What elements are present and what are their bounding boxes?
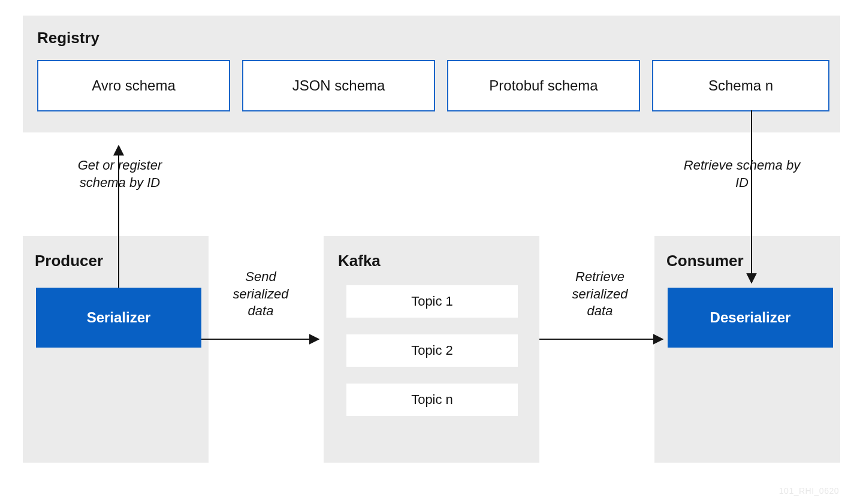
- retrieve-flow-label: Retrieve serialized data: [561, 268, 639, 320]
- deserializer-node: Deserializer: [668, 288, 833, 348]
- topic-row: Topic 2: [346, 334, 518, 367]
- consumer-registry-label: Retrieve schema by ID: [682, 157, 802, 191]
- diagram-canvas: Registry Avro schema JSON schema Protobu…: [0, 0, 863, 504]
- serializer-node: Serializer: [36, 288, 201, 348]
- registry-title: Registry: [37, 29, 99, 47]
- schema-box-protobuf: Protobuf schema: [447, 60, 640, 111]
- send-flow-label: Send serialized data: [222, 268, 300, 320]
- schema-box-json: JSON schema: [242, 60, 435, 111]
- schema-box-avro: Avro schema: [37, 60, 230, 111]
- kafka-title: Kafka: [338, 252, 381, 270]
- producer-title: Producer: [35, 252, 103, 270]
- consumer-title: Consumer: [666, 252, 744, 270]
- producer-registry-label: Get or register schema by ID: [60, 157, 180, 191]
- topic-row: Topic 1: [346, 285, 518, 318]
- footer-code: 101_RHI_0620: [779, 486, 839, 496]
- schema-box-n: Schema n: [652, 60, 829, 111]
- topic-row: Topic n: [346, 384, 518, 416]
